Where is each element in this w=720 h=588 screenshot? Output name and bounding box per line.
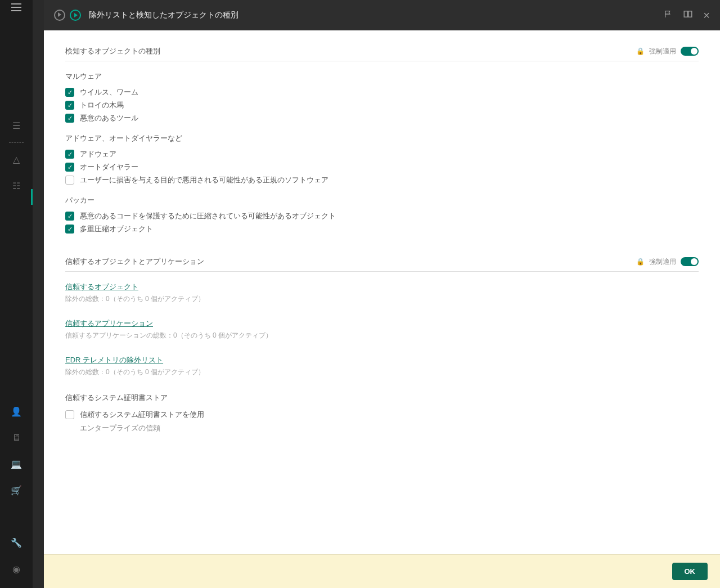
modal-footer: OK: [44, 554, 720, 588]
monitor-icon[interactable]: 💻: [11, 459, 22, 469]
section-trusted: 信頼するオブジェクトとアプリケーション 🔒 強制適用: [65, 257, 699, 272]
checkbox-label: トロイの木馬: [80, 100, 124, 110]
checkbox-icon[interactable]: [65, 212, 74, 221]
wrench-icon[interactable]: 🔧: [11, 537, 22, 548]
malware-item-1[interactable]: トロイの木馬: [65, 100, 699, 110]
checkbox-label: 悪意のあるツール: [80, 113, 138, 123]
trusted-apps-link[interactable]: 信頼するアプリケーション: [65, 318, 153, 329]
enforce-toggle-2[interactable]: [681, 257, 699, 266]
section1-title: 検知するオブジェクトの種別: [65, 46, 160, 56]
enforce-label-2: 強制適用: [649, 257, 676, 267]
enforce-toggle-1[interactable]: [681, 47, 699, 56]
adware-item-0[interactable]: アドウェア: [65, 149, 699, 159]
modal-body: 検知するオブジェクトの種別 🔒 強制適用 マルウェア ウイルス、ワーム トロイの…: [44, 30, 720, 554]
checkbox-icon[interactable]: [65, 163, 74, 172]
tree-icon[interactable]: ☷: [12, 181, 20, 191]
lock-icon: 🔒: [636, 47, 645, 55]
checkbox-label: 悪意のあるコードを保護するために圧縮されている可能性があるオブジェクト: [80, 211, 336, 221]
checkbox-icon[interactable]: [65, 225, 74, 234]
checkbox-icon[interactable]: [65, 88, 74, 97]
edr-sub: 除外の総数：0（そのうち 0 個がアクティブ）: [65, 367, 699, 377]
trusted-apps-block: 信頼するアプリケーション 信頼するアプリケーションの総数：0（そのうち 0 個が…: [65, 318, 699, 340]
book-icon[interactable]: [683, 9, 693, 21]
section-detect-types: 検知するオブジェクトの種別 🔒 強制適用: [65, 46, 699, 61]
packer-item-0[interactable]: 悪意のあるコードを保護するために圧縮されている可能性があるオブジェクト: [65, 211, 699, 221]
trusted-objects-block: 信頼するオブジェクト 除外の総数：0（そのうち 0 個がアクティブ）: [65, 282, 699, 304]
trusted-objects-sub: 除外の総数：0（そのうち 0 個がアクティブ）: [65, 294, 699, 304]
header-ring-icon: [54, 10, 65, 21]
modal-title: 除外リストと検知したオブジェクトの種別: [89, 10, 238, 20]
checkbox-icon[interactable]: [65, 101, 74, 110]
user-icon[interactable]: 👤: [11, 406, 22, 417]
checkbox-label: オートダイヤラー: [80, 162, 138, 172]
checkbox-label: 信頼するシステム証明書ストアを使用: [80, 410, 204, 420]
cert-check-row[interactable]: 信頼するシステム証明書ストアを使用: [65, 410, 699, 420]
section2-title: 信頼するオブジェクトとアプリケーション: [65, 257, 204, 267]
edr-block: EDR テレメトリの除外リスト 除外の総数：0（そのうち 0 個がアクティブ）: [65, 355, 699, 377]
layers-icon[interactable]: ☰: [12, 120, 20, 131]
adware-item-1[interactable]: オートダイヤラー: [65, 162, 699, 172]
rail-divider: [9, 142, 24, 143]
ok-button[interactable]: OK: [672, 563, 708, 580]
checkbox-label: ユーザーに損害を与える目的で悪用される可能性がある正規のソフトウェア: [80, 175, 328, 185]
malware-item-2[interactable]: 悪意のあるツール: [65, 113, 699, 123]
checkbox-icon[interactable]: [65, 114, 74, 123]
checkbox-label: ウイルス、ワーム: [80, 87, 138, 97]
adware-item-2[interactable]: ユーザーに損害を与える目的で悪用される可能性がある正規のソフトウェア: [65, 175, 699, 185]
packer-group-title: パッカー: [65, 195, 699, 205]
checkbox-label: 多重圧縮オブジェクト: [80, 224, 153, 234]
close-icon[interactable]: ×: [703, 9, 710, 22]
enforce-label-1: 強制適用: [649, 47, 676, 56]
checkbox-icon[interactable]: [65, 410, 74, 419]
malware-item-0[interactable]: ウイルス、ワーム: [65, 87, 699, 97]
trusted-apps-sub: 信頼するアプリケーションの総数：0（そのうち 0 個がアクティブ）: [65, 331, 699, 340]
lock-icon: 🔒: [636, 258, 645, 266]
header-play-icon: [70, 10, 81, 21]
checkbox-label: アドウェア: [80, 149, 116, 159]
warning-icon[interactable]: △: [13, 154, 20, 165]
adware-group-title: アドウェア、オートダイヤラーなど: [65, 133, 699, 143]
account-icon[interactable]: ◉: [12, 564, 20, 574]
server-icon[interactable]: 🖥: [12, 433, 21, 443]
settings-modal: 除外リストと検知したオブジェクトの種別 × 検知するオブジェクトの種別 🔒 強制…: [44, 0, 720, 588]
secondary-column: [33, 0, 44, 588]
edr-link[interactable]: EDR テレメトリの除外リスト: [65, 355, 163, 365]
menu-icon[interactable]: [11, 3, 21, 11]
cert-sub: エンタープライズの信頼: [80, 423, 699, 433]
basket-icon[interactable]: 🛒: [11, 485, 22, 496]
left-rail: ☰ △ ☷ 👤 🖥 💻 🛒 🔧 ◉: [0, 0, 33, 588]
malware-group-title: マルウェア: [65, 71, 699, 82]
trusted-objects-link[interactable]: 信頼するオブジェクト: [65, 282, 138, 292]
packer-item-1[interactable]: 多重圧縮オブジェクト: [65, 224, 699, 234]
modal-header: 除外リストと検知したオブジェクトの種別 ×: [44, 0, 720, 30]
flag-icon[interactable]: [664, 10, 673, 21]
checkbox-icon[interactable]: [65, 176, 74, 185]
cert-store-title: 信頼するシステム証明書ストア: [65, 393, 699, 403]
checkbox-icon[interactable]: [65, 150, 74, 159]
